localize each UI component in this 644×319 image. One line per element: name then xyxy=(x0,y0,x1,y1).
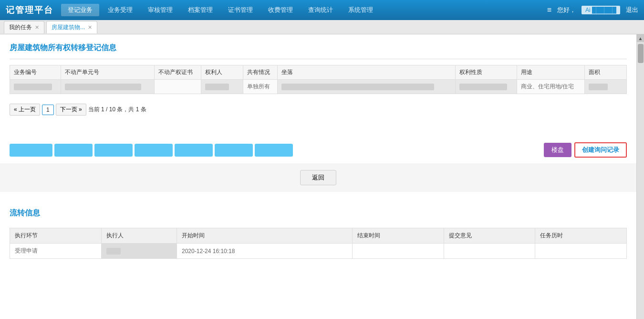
back-button[interactable]: 返回 xyxy=(300,170,336,185)
flow-cell-end xyxy=(352,244,444,259)
create-record-button[interactable]: 创建询问记录 xyxy=(574,142,627,158)
flow-section-title: 流转信息 xyxy=(0,200,636,224)
scroll-thumb[interactable] xyxy=(638,44,644,63)
col-usage: 用途 xyxy=(517,65,584,80)
logout-button[interactable]: 退出 xyxy=(626,6,638,14)
page-number: 1 xyxy=(42,105,54,115)
nav-item-shouli[interactable]: 业务受理 xyxy=(101,4,139,16)
nav-item-shoufe[interactable]: 收费管理 xyxy=(261,4,300,16)
cell-business-no xyxy=(10,80,61,94)
flow-table: 执行环节 执行人 开始时间 结束时间 提交意见 任务历时 受理申请 2020-1… xyxy=(10,228,627,259)
nav-item-dengji[interactable]: 登记业务 xyxy=(61,4,99,16)
action-btn-6[interactable] xyxy=(215,144,253,157)
tab-my-tasks-close[interactable]: ✕ xyxy=(35,25,39,30)
nav-item-chaxun[interactable]: 查询统计 xyxy=(301,4,340,16)
scroll-up-arrow[interactable]: ▲ xyxy=(637,34,644,42)
flow-col-executor: 执行人 xyxy=(101,228,177,244)
cell-usage: 商业、住宅用地/住宅 xyxy=(517,80,584,94)
app-logo: 记管理平台 xyxy=(6,4,53,16)
username: Ai ██████ xyxy=(582,6,620,14)
nav-item-shenhe[interactable]: 审核管理 xyxy=(141,4,179,16)
flow-cell-duration xyxy=(535,244,627,259)
col-property-unit: 不动产单元号 xyxy=(61,65,155,80)
tab-building-label: 房屋建筑物... xyxy=(52,23,85,32)
col-business-no: 业务编号 xyxy=(10,65,61,80)
cell-property-unit xyxy=(61,80,155,94)
cell-cert xyxy=(154,80,201,94)
spacer xyxy=(0,119,636,129)
menu-icon[interactable]: ≡ xyxy=(547,6,551,14)
col-right-type: 权利性质 xyxy=(455,65,517,80)
app-header: 记管理平台 登记业务 业务受理 审核管理 档案管理 证书管理 收费管理 查询统计… xyxy=(0,0,644,20)
flow-row: 受理申请 2020-12-24 16:10:18 xyxy=(10,244,627,259)
action-btn-7[interactable] xyxy=(255,144,293,157)
col-owner: 权利人 xyxy=(201,65,243,80)
tab-building[interactable]: 房屋建筑物... ✕ xyxy=(46,21,97,33)
property-table: 业务编号 不动产单元号 不动产权证书 权利人 共有情况 坐落 权利性质 用途 面… xyxy=(10,65,627,94)
action-btn-3[interactable] xyxy=(94,144,133,157)
cell-location xyxy=(278,80,455,94)
flow-col-end: 结束时间 xyxy=(352,228,444,244)
cell-right-type xyxy=(455,80,517,94)
main-nav: 登记业务 业务受理 审核管理 档案管理 证书管理 收费管理 查询统计 系统管理 xyxy=(61,4,547,16)
flow-cell-executor xyxy=(101,244,177,259)
section-title: 房屋建筑物所有权转移登记信息 xyxy=(0,34,636,59)
main-scroll-area[interactable]: 房屋建筑物所有权转移登记信息 业务编号 不动产单元号 不动产权证书 权利人 共有… xyxy=(0,34,636,319)
cell-owner xyxy=(201,80,243,94)
prev-page-button[interactable]: « 上一页 xyxy=(10,104,40,116)
col-cert: 不动产权证书 xyxy=(154,65,201,80)
tab-my-tasks-label: 我的任务 xyxy=(9,23,32,32)
nav-item-zhengshu[interactable]: 证书管理 xyxy=(221,4,260,16)
page-wrapper: 房屋建筑物所有权转移登记信息 业务编号 不动产单元号 不动产权证书 权利人 共有… xyxy=(0,34,644,319)
header-right: ≡ 您好， Ai ██████ 退出 xyxy=(547,6,638,14)
action-btn-5[interactable] xyxy=(175,144,213,157)
table-row: 单独所有 商业、住宅用地/住宅 xyxy=(10,80,627,94)
action-btn-4[interactable] xyxy=(135,144,173,157)
flow-cell-opinion xyxy=(444,244,535,259)
section-divider xyxy=(10,59,627,59)
nav-item-xitong[interactable]: 系统管理 xyxy=(342,4,380,16)
flow-col-start: 开始时间 xyxy=(177,228,353,244)
pagination-info: 当前 1 / 10 条，共 1 条 xyxy=(88,106,146,114)
next-page-button[interactable]: 下一页 » xyxy=(56,104,86,116)
pagination: « 上一页 1 下一页 » 当前 1 / 10 条，共 1 条 xyxy=(0,100,636,119)
flow-col-opinion: 提交意见 xyxy=(444,228,535,244)
col-area: 面积 xyxy=(584,65,626,80)
flow-col-duration: 任务历时 xyxy=(535,228,627,244)
cell-share: 单独所有 xyxy=(243,80,278,94)
col-location: 坐落 xyxy=(278,65,455,80)
loupan-button[interactable]: 楼盘 xyxy=(544,143,571,157)
flow-cell-start: 2020-12-24 16:10:18 xyxy=(177,244,353,259)
action-bar: 楼盘 创建询问记录 xyxy=(0,137,636,163)
tab-building-close[interactable]: ✕ xyxy=(88,25,92,30)
flow-col-step: 执行环节 xyxy=(10,228,102,244)
user-greeting: 您好， xyxy=(557,6,576,14)
flow-section: 流转信息 执行环节 执行人 开始时间 结束时间 提交意见 任务历时 受理申请 xyxy=(0,200,636,272)
action-btn-1[interactable] xyxy=(10,144,52,157)
cell-area xyxy=(584,80,626,94)
tab-bar: 我的任务 ✕ 房屋建筑物... ✕ xyxy=(0,20,644,34)
tab-my-tasks[interactable]: 我的任务 ✕ xyxy=(4,21,44,33)
action-btn-2[interactable] xyxy=(54,144,93,157)
col-share: 共有情况 xyxy=(243,65,278,80)
blue-buttons-group xyxy=(10,144,541,157)
back-area: 返回 xyxy=(0,163,636,192)
nav-item-dangan[interactable]: 档案管理 xyxy=(181,4,219,16)
scroll-track: ▲ xyxy=(636,34,644,319)
flow-cell-step: 受理申请 xyxy=(10,244,102,259)
